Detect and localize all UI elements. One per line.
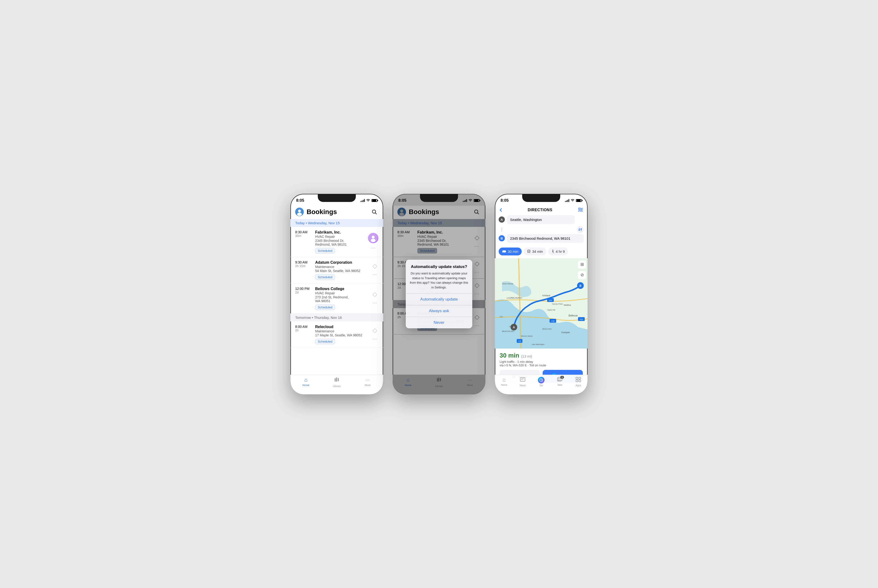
booking-details-4: Relecloud Maintenance 17 Maple St, Seatt… (315, 325, 368, 344)
transport-car[interactable]: 30 min (499, 248, 522, 255)
svg-point-32 (503, 252, 503, 253)
wifi-icon-1 (366, 199, 370, 202)
today-header-1: Today • Wednesday, Nov 15 (290, 219, 383, 227)
svg-rect-13 (338, 378, 339, 381)
svg-text:I-90: I-90 (551, 320, 554, 322)
phone-2-notch (420, 194, 458, 202)
filter-icon[interactable] (578, 208, 583, 212)
svg-text:⊞: ⊞ (581, 262, 584, 267)
home-icon-1: ⌂ (304, 377, 307, 383)
modal-actions: Automatically update Always ask Never (406, 293, 472, 328)
modal-btn-auto-update[interactable]: Automatically update (406, 294, 472, 305)
more-button-4[interactable]: ··· (372, 336, 378, 342)
modal-btn-always-ask[interactable]: Always ask (406, 305, 472, 317)
modal-overlay[interactable]: Automatically update status? Do you want… (393, 194, 485, 394)
svg-point-6 (372, 236, 375, 238)
svg-rect-82 (576, 377, 578, 379)
time-1: 8:05 (296, 198, 304, 203)
svg-rect-84 (576, 380, 578, 382)
maps-tab-apps[interactable]: Apps (569, 377, 588, 387)
svg-text:Yarrow Point: Yarrow Point (552, 303, 563, 305)
booking-time-4: 8:00 AM 2h (295, 325, 312, 344)
destination-row: B (499, 234, 584, 243)
app-title-1: Bookings (307, 208, 337, 216)
svg-rect-11 (335, 378, 336, 381)
maps-tab-news[interactable]: News (513, 377, 532, 387)
modal-dialog: Automatically update status? Do you want… (406, 260, 472, 328)
transport-tabs: 30 min 34 min 4 hr 9 (495, 248, 588, 258)
svg-rect-74 (520, 378, 525, 381)
phone-3-screen: 8:05 (495, 194, 588, 394)
phone-1-notch (318, 194, 356, 202)
origin-input[interactable] (507, 215, 575, 224)
more-button-1[interactable]: ··· (370, 245, 376, 251)
modal-message: Do you want to automatically update your… (410, 271, 468, 290)
booking-item-1[interactable]: 8:30 AM 30m Fabrikam, Inc. HVAC Repair 2… (290, 227, 383, 257)
booking-item-4[interactable]: 8:00 AM 2h Relecloud Maintenance 17 Mapl… (290, 321, 383, 348)
svg-rect-83 (579, 377, 581, 379)
tab-more-1[interactable]: ··· More (352, 377, 383, 387)
signal-icon-3 (565, 199, 569, 202)
svg-text:Mercer Island: Mercer Island (521, 335, 533, 337)
route-time: 30 min (13 mi) (500, 352, 583, 359)
svg-text:B: B (579, 284, 582, 288)
modal-btn-never[interactable]: Never (406, 317, 472, 328)
battery-icon-1 (372, 199, 377, 202)
wifi-icon-3 (571, 199, 575, 202)
transport-transit[interactable]: 34 min (524, 248, 546, 255)
tabs-badge: 4 (560, 376, 564, 379)
svg-point-30 (581, 209, 582, 210)
phone-3: 8:05 (495, 194, 588, 394)
siri-tab-icon (538, 377, 545, 384)
svg-text:Lake Washington: Lake Washington (532, 344, 545, 345)
svg-text:⊘: ⊘ (581, 273, 584, 277)
maps-tab-home[interactable]: ⌂ Home (495, 377, 513, 386)
booking-time-2: 9:30 AM 2h 15m (295, 260, 312, 280)
via-info: via I-5 N, WA-520 E · Toll on route (500, 363, 583, 367)
avatar-1[interactable] (295, 208, 304, 216)
svg-point-1 (298, 210, 301, 212)
svg-rect-12 (336, 378, 337, 381)
origin-row: A (499, 215, 584, 224)
booking-avatar-1 (368, 233, 378, 243)
transport-walk[interactable]: 4 hr 9 (548, 248, 568, 255)
phone-3-notch (522, 194, 560, 202)
phone-2-screen: 8:05 (393, 194, 485, 394)
svg-marker-10 (373, 328, 377, 333)
tab-library-1[interactable]: Library (321, 377, 352, 387)
nav-icon-2 (371, 263, 378, 270)
library-icon-1 (334, 377, 340, 384)
back-button[interactable] (500, 208, 502, 212)
svg-text:Medina: Medina (564, 304, 571, 306)
tab-home-1[interactable]: ⌂ Home (290, 377, 321, 387)
phone-1-screen: 8:05 (290, 194, 383, 394)
booking-details-1: Fabrikam, Inc. HVAC Repair 2345 Birchwoo… (315, 230, 365, 254)
destination-input[interactable] (507, 234, 584, 243)
booking-details-3: Bellows College HVAC Repair 273 2nd St, … (315, 287, 368, 310)
status-badge-1: Scheduled (315, 248, 335, 254)
svg-point-2 (297, 213, 302, 216)
more-button-3[interactable]: ··· (372, 300, 378, 306)
modal-title: Automatically update status? (410, 264, 468, 269)
svg-text:Bellevue: Bellevue (569, 314, 578, 317)
apps-icon (575, 377, 581, 384)
swap-routes-button[interactable] (576, 226, 584, 233)
search-button-1[interactable] (370, 208, 378, 216)
booking-time-1: 8:30 AM 30m (295, 230, 312, 254)
booking-item-3[interactable]: 12:00 PM 2d Bellows College HVAC Repair … (290, 284, 383, 314)
more-button-2[interactable]: ··· (372, 272, 378, 278)
svg-line-4 (375, 213, 377, 214)
tab-bar-1: ⌂ Home Library ··· More (290, 375, 383, 394)
phone-2: 8:05 (393, 194, 485, 394)
origin-marker: A (499, 216, 505, 223)
svg-text:Beaux Arts: Beaux Arts (542, 328, 552, 330)
maps-tab-tabs[interactable]: 4 Tabs (551, 377, 569, 386)
status-badge-3: Scheduled (315, 304, 335, 310)
maps-tab-siri[interactable]: Siri (532, 377, 551, 387)
svg-point-38 (552, 250, 553, 250)
directions-title: DIRECTIONS (505, 208, 575, 212)
svg-text:520: 520 (549, 299, 552, 302)
map-container[interactable]: LAURELHURST VIEW RIDGE Kirkland Yarrow P… (495, 258, 588, 348)
booking-item-2[interactable]: 9:30 AM 2h 15m Adatum Corporation Mainte… (290, 257, 383, 284)
svg-text:LAURELHURST: LAURELHURST (507, 297, 523, 299)
